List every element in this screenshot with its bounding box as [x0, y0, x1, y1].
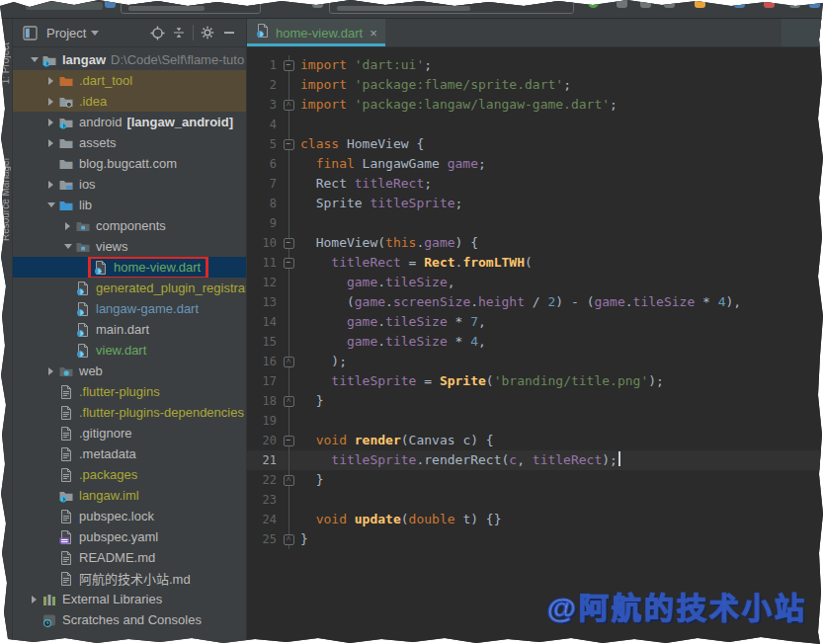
close-icon[interactable]: × — [370, 26, 377, 40]
tree-item-components[interactable]: components — [13, 215, 246, 236]
lightning-icon[interactable] — [695, 0, 705, 8]
chevron-down-icon[interactable] — [91, 31, 99, 36]
tree-item-langaw[interactable]: langawD:\Code\Self\flame-tuto — [13, 49, 246, 70]
tree-item-lib[interactable]: lib — [13, 195, 246, 215]
fold-end-icon[interactable]: ˄ — [284, 396, 294, 407]
toolbar-icon[interactable] — [789, 0, 800, 8]
expand-arrow-icon[interactable] — [45, 139, 56, 147]
tree-item-idea[interactable]: .idea — [13, 91, 246, 112]
expand-arrow-icon[interactable] — [45, 77, 56, 85]
hide-panel-icon[interactable] — [218, 22, 240, 43]
code-line-13[interactable]: 13 (game.screenSize.height / 2) - (game.… — [247, 292, 823, 312]
fold-end-icon[interactable]: ˄ — [284, 475, 294, 486]
fold-collapse-icon[interactable]: − — [284, 60, 294, 71]
tree-item-blog-bugcatt-com[interactable]: blog.bugcatt.com — [13, 153, 246, 174]
code-line-21[interactable]: 21 titleSprite.renderRect(c, titleRect); — [247, 450, 823, 470]
run-icon[interactable] — [588, 0, 599, 8]
tree-item-home-view-dart[interactable]: home-view.dart — [13, 257, 246, 278]
fold-end-icon[interactable]: ˄ — [284, 357, 294, 367]
code-line-6[interactable]: 6 final LangawGame game; — [247, 154, 823, 174]
tree-item-external-libraries[interactable]: External Libraries — [13, 589, 246, 609]
tree-item-gitignore[interactable]: .gitignore — [13, 423, 246, 443]
fold-collapse-icon[interactable]: − — [284, 139, 294, 150]
fold-end-icon[interactable]: ˄ — [284, 100, 294, 111]
tree-item-views[interactable]: views — [13, 236, 246, 257]
code-line-19[interactable]: 19 — [247, 411, 823, 431]
code-line-3[interactable]: 3˄import 'package:langaw/langaw-game.dar… — [247, 95, 823, 115]
expand-arrow-icon[interactable] — [45, 181, 56, 189]
device-icon[interactable] — [105, 0, 116, 8]
editor-tab-home-view-dart[interactable]: home-view.dart × — [247, 19, 385, 46]
device-selector-combo[interactable] — [121, 0, 261, 14]
code-line-20[interactable]: 20− void render(Canvas c) { — [247, 431, 823, 450]
code-line-25[interactable]: 25˄} — [247, 529, 823, 549]
toolbar-icon[interactable] — [640, 0, 651, 8]
code-line-24[interactable]: 24 void update(double t) {} — [247, 510, 823, 529]
code-line-17[interactable]: 17 titleSprite = Sprite('branding/title.… — [247, 371, 823, 391]
tree-item-langaw-iml[interactable]: langaw.iml — [13, 485, 246, 506]
code-editor[interactable]: 1−import 'dart:ui';2import 'package:flam… — [247, 47, 823, 549]
code-line-22[interactable]: 22˄ } — [247, 470, 823, 490]
code-line-23[interactable]: 23 — [247, 490, 823, 510]
code-line-1[interactable]: 1−import 'dart:ui'; — [247, 55, 823, 75]
tree-item-readme-md[interactable]: README.md — [13, 547, 246, 568]
toolbar-icon[interactable] — [617, 0, 627, 8]
code-line-11[interactable]: 11− titleRect = Rect.fromLTWH( — [247, 253, 823, 273]
code-line-12[interactable]: 12 game.tileSize, — [247, 273, 823, 292]
tree-item-android[interactable]: android[langaw_android] — [13, 112, 246, 132]
tree-item-flutter-plugins-dependencies[interactable]: .flutter-plugins-dependencies — [13, 402, 246, 423]
fold-collapse-icon[interactable]: − — [284, 258, 294, 269]
code-line-16[interactable]: 16˄ ); — [247, 352, 823, 371]
expand-arrow-icon[interactable] — [45, 98, 56, 106]
tree-item-ios[interactable]: ios — [13, 174, 246, 195]
code-line-15[interactable]: 15 game.tileSize * 4, — [247, 332, 823, 352]
tree-item-main-dart[interactable]: main.dart — [13, 319, 246, 340]
expand-arrow-icon[interactable] — [29, 57, 40, 62]
tree-item-langaw-game-dart[interactable]: langaw-game.dart — [13, 298, 246, 319]
tree-item-web[interactable]: web — [13, 361, 246, 381]
code-line-5[interactable]: 5−class HomeView { — [247, 134, 823, 154]
expand-arrow-icon[interactable] — [45, 367, 56, 375]
expand-arrow-icon[interactable] — [29, 596, 40, 604]
code-line-10[interactable]: 10− HomeView(this.game) { — [247, 233, 823, 253]
code-line-9[interactable]: 9 — [247, 213, 823, 233]
toolbar-icon[interactable] — [809, 0, 820, 8]
flutter-target-icon[interactable] — [312, 0, 323, 8]
fold-end-icon[interactable]: ˄ — [284, 534, 294, 545]
tree-item-dart-tool[interactable]: .dart_tool — [13, 70, 246, 91]
expand-arrow-icon[interactable] — [45, 202, 56, 207]
code-line-4[interactable]: 4 — [247, 115, 823, 134]
tree-item-view-dart[interactable]: view.dart — [13, 340, 246, 361]
expand-arrow-icon[interactable] — [45, 119, 56, 126]
expand-arrow-icon[interactable] — [62, 244, 73, 249]
tree-item-label: blog.bugcatt.com — [79, 156, 177, 171]
tool-window-button-project[interactable]: 1: Project — [0, 42, 11, 84]
toolbar-icon[interactable] — [664, 0, 675, 8]
tree-item-packages[interactable]: .packages — [13, 464, 246, 485]
tool-window-button-resource-manager[interactable]: Resource Manager — [0, 157, 11, 241]
tree-item-label: langaw-game.dart — [96, 301, 199, 316]
stop-icon[interactable] — [764, 0, 775, 8]
run-config-combo[interactable] — [329, 0, 574, 14]
locate-file-icon[interactable] — [146, 22, 168, 43]
tree-item-flutter-plugins[interactable]: .flutter-plugins — [13, 381, 246, 402]
code-line-8[interactable]: 8 Sprite titleSprite; — [247, 194, 823, 213]
fold-collapse-icon[interactable]: − — [284, 238, 294, 249]
search-icon[interactable] — [734, 0, 745, 8]
fold-collapse-icon[interactable]: − — [284, 436, 294, 446]
tree-item-generated-plugin-registrant-dart[interactable]: generated_plugin_registrant.dart — [13, 278, 246, 298]
tree-item-pubspec-yaml[interactable]: pubspec.yaml — [13, 526, 246, 547]
tree-item-assets[interactable]: assets — [13, 132, 246, 153]
code-line-7[interactable]: 7 Rect titleRect; — [247, 174, 823, 194]
code-line-18[interactable]: 18˄ } — [247, 391, 823, 411]
code-line-2[interactable]: 2import 'package:flame/sprite.dart'; — [247, 75, 823, 95]
tree-item-scratches-and-consoles[interactable]: Scratches and Consoles — [13, 609, 246, 630]
tree-item-metadata[interactable]: .metadata — [13, 443, 246, 464]
collapse-all-icon[interactable] — [168, 22, 190, 43]
code-line-14[interactable]: 14 game.tileSize * 7, — [247, 312, 823, 332]
project-panel-title[interactable]: Project — [46, 26, 86, 40]
tree-item-md[interactable]: 阿航的技术小站.md — [13, 568, 246, 589]
settings-gear-icon[interactable] — [197, 22, 218, 43]
expand-arrow-icon[interactable] — [62, 222, 73, 230]
tree-item-pubspec-lock[interactable]: pubspec.lock — [13, 506, 246, 526]
